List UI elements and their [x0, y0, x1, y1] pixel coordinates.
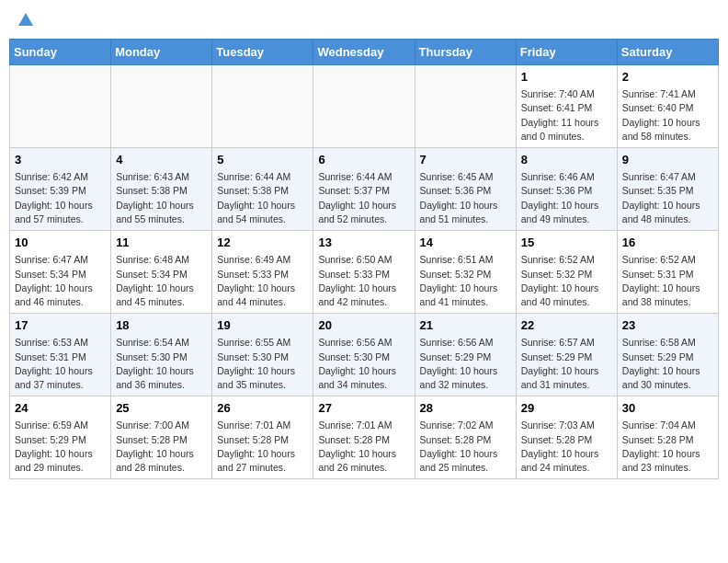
calendar-day-cell: 30Sunrise: 7:04 AM Sunset: 5:28 PM Dayli… — [617, 396, 718, 479]
day-info: Sunrise: 6:50 AM Sunset: 5:33 PM Dayligh… — [318, 253, 409, 309]
day-number: 11 — [116, 235, 207, 251]
calendar-day-cell: 24Sunrise: 6:59 AM Sunset: 5:29 PM Dayli… — [10, 396, 111, 479]
day-number: 28 — [420, 400, 511, 417]
day-info: Sunrise: 6:56 AM Sunset: 5:29 PM Dayligh… — [420, 336, 511, 392]
day-number: 6 — [318, 152, 409, 168]
calendar-day-cell: 23Sunrise: 6:58 AM Sunset: 5:29 PM Dayli… — [617, 314, 718, 396]
calendar-day-cell — [313, 65, 415, 148]
day-info: Sunrise: 6:53 AM Sunset: 5:31 PM Dayligh… — [15, 336, 106, 392]
calendar-day-cell — [10, 65, 111, 148]
day-info: Sunrise: 7:40 AM Sunset: 6:41 PM Dayligh… — [521, 87, 612, 144]
day-number: 4 — [116, 152, 207, 168]
day-info: Sunrise: 7:00 AM Sunset: 5:28 PM Dayligh… — [116, 419, 207, 475]
calendar-day-cell: 7Sunrise: 6:45 AM Sunset: 5:36 PM Daylig… — [415, 148, 516, 231]
day-number: 8 — [521, 152, 612, 168]
calendar-day-cell: 19Sunrise: 6:55 AM Sunset: 5:30 PM Dayli… — [212, 314, 313, 396]
day-number: 14 — [420, 235, 511, 251]
day-info: Sunrise: 6:57 AM Sunset: 5:29 PM Dayligh… — [521, 336, 612, 392]
day-info: Sunrise: 6:47 AM Sunset: 5:34 PM Dayligh… — [15, 253, 106, 309]
day-number: 27 — [318, 400, 409, 417]
day-number: 29 — [521, 400, 612, 417]
day-number: 24 — [15, 400, 106, 417]
day-info: Sunrise: 6:55 AM Sunset: 5:30 PM Dayligh… — [217, 336, 308, 392]
day-info: Sunrise: 6:59 AM Sunset: 5:29 PM Dayligh… — [15, 419, 106, 475]
calendar-week-row: 3Sunrise: 6:42 AM Sunset: 5:39 PM Daylig… — [10, 148, 719, 231]
day-number: 21 — [420, 317, 511, 334]
calendar-day-cell: 25Sunrise: 7:00 AM Sunset: 5:28 PM Dayli… — [111, 396, 212, 479]
day-number: 10 — [15, 235, 106, 251]
weekday-header-wednesday: Wednesday — [313, 40, 415, 65]
calendar-day-cell: 14Sunrise: 6:51 AM Sunset: 5:32 PM Dayli… — [415, 231, 516, 314]
calendar-week-row: 10Sunrise: 6:47 AM Sunset: 5:34 PM Dayli… — [10, 231, 719, 314]
calendar-day-cell: 5Sunrise: 6:44 AM Sunset: 5:38 PM Daylig… — [212, 148, 313, 231]
calendar-day-cell: 18Sunrise: 6:54 AM Sunset: 5:30 PM Dayli… — [111, 314, 212, 396]
day-number: 2 — [622, 69, 713, 86]
weekday-header-saturday: Saturday — [617, 40, 718, 65]
calendar-day-cell: 20Sunrise: 6:56 AM Sunset: 5:30 PM Dayli… — [313, 314, 415, 396]
calendar-day-cell: 27Sunrise: 7:01 AM Sunset: 5:28 PM Dayli… — [313, 396, 415, 479]
calendar-day-cell: 9Sunrise: 6:47 AM Sunset: 5:35 PM Daylig… — [617, 148, 718, 231]
calendar-day-cell: 26Sunrise: 7:01 AM Sunset: 5:28 PM Dayli… — [212, 396, 313, 479]
day-info: Sunrise: 6:52 AM Sunset: 5:31 PM Dayligh… — [622, 253, 713, 309]
logo — [17, 13, 33, 28]
day-info: Sunrise: 6:44 AM Sunset: 5:38 PM Dayligh… — [217, 170, 308, 226]
day-info: Sunrise: 6:45 AM Sunset: 5:36 PM Dayligh… — [420, 170, 511, 226]
calendar-week-row: 17Sunrise: 6:53 AM Sunset: 5:31 PM Dayli… — [10, 314, 719, 396]
day-info: Sunrise: 6:52 AM Sunset: 5:32 PM Dayligh… — [521, 253, 612, 309]
day-info: Sunrise: 6:43 AM Sunset: 5:38 PM Dayligh… — [116, 170, 207, 226]
weekday-header-tuesday: Tuesday — [212, 40, 313, 65]
day-info: Sunrise: 7:41 AM Sunset: 6:40 PM Dayligh… — [622, 87, 713, 144]
day-number: 3 — [15, 152, 106, 168]
calendar-day-cell: 12Sunrise: 6:49 AM Sunset: 5:33 PM Dayli… — [212, 231, 313, 314]
day-number: 9 — [622, 152, 713, 168]
weekday-header-row: SundayMondayTuesdayWednesdayThursdayFrid… — [10, 40, 719, 65]
day-info: Sunrise: 6:46 AM Sunset: 5:36 PM Dayligh… — [521, 170, 612, 226]
calendar-day-cell: 10Sunrise: 6:47 AM Sunset: 5:34 PM Dayli… — [10, 231, 111, 314]
day-info: Sunrise: 7:03 AM Sunset: 5:28 PM Dayligh… — [521, 419, 612, 475]
calendar-day-cell: 15Sunrise: 6:52 AM Sunset: 5:32 PM Dayli… — [516, 231, 617, 314]
calendar-day-cell: 16Sunrise: 6:52 AM Sunset: 5:31 PM Dayli… — [617, 231, 718, 314]
day-info: Sunrise: 6:48 AM Sunset: 5:34 PM Dayligh… — [116, 253, 207, 309]
day-info: Sunrise: 6:42 AM Sunset: 5:39 PM Dayligh… — [15, 170, 106, 226]
day-number: 17 — [15, 317, 106, 334]
calendar-day-cell: 11Sunrise: 6:48 AM Sunset: 5:34 PM Dayli… — [111, 231, 212, 314]
calendar-day-cell: 1Sunrise: 7:40 AM Sunset: 6:41 PM Daylig… — [516, 65, 617, 148]
calendar-day-cell — [212, 65, 313, 148]
weekday-header-thursday: Thursday — [415, 40, 516, 65]
day-info: Sunrise: 6:49 AM Sunset: 5:33 PM Dayligh… — [217, 253, 308, 309]
weekday-header-sunday: Sunday — [10, 40, 111, 65]
calendar-day-cell: 4Sunrise: 6:43 AM Sunset: 5:38 PM Daylig… — [111, 148, 212, 231]
day-number: 16 — [622, 235, 713, 251]
day-number: 23 — [622, 317, 713, 334]
day-number: 22 — [521, 317, 612, 334]
day-info: Sunrise: 7:01 AM Sunset: 5:28 PM Dayligh… — [318, 419, 409, 475]
day-info: Sunrise: 7:01 AM Sunset: 5:28 PM Dayligh… — [217, 419, 308, 475]
day-info: Sunrise: 6:47 AM Sunset: 5:35 PM Dayligh… — [622, 170, 713, 226]
calendar-day-cell: 6Sunrise: 6:44 AM Sunset: 5:37 PM Daylig… — [313, 148, 415, 231]
calendar-day-cell: 17Sunrise: 6:53 AM Sunset: 5:31 PM Dayli… — [10, 314, 111, 396]
day-number: 1 — [521, 69, 612, 86]
page-header — [9, 9, 719, 31]
day-info: Sunrise: 6:58 AM Sunset: 5:29 PM Dayligh… — [622, 336, 713, 392]
calendar-day-cell: 28Sunrise: 7:02 AM Sunset: 5:28 PM Dayli… — [415, 396, 516, 479]
calendar-day-cell: 13Sunrise: 6:50 AM Sunset: 5:33 PM Dayli… — [313, 231, 415, 314]
calendar-table: SundayMondayTuesdayWednesdayThursdayFrid… — [9, 39, 719, 479]
weekday-header-monday: Monday — [111, 40, 212, 65]
weekday-header-friday: Friday — [516, 40, 617, 65]
day-info: Sunrise: 6:51 AM Sunset: 5:32 PM Dayligh… — [420, 253, 511, 309]
day-number: 5 — [217, 152, 308, 168]
day-info: Sunrise: 7:02 AM Sunset: 5:28 PM Dayligh… — [420, 419, 511, 475]
day-number: 13 — [318, 235, 409, 251]
calendar-day-cell: 21Sunrise: 6:56 AM Sunset: 5:29 PM Dayli… — [415, 314, 516, 396]
calendar-day-cell — [415, 65, 516, 148]
day-info: Sunrise: 6:54 AM Sunset: 5:30 PM Dayligh… — [116, 336, 207, 392]
calendar-day-cell: 22Sunrise: 6:57 AM Sunset: 5:29 PM Dayli… — [516, 314, 617, 396]
calendar-day-cell: 29Sunrise: 7:03 AM Sunset: 5:28 PM Dayli… — [516, 396, 617, 479]
calendar-day-cell — [111, 65, 212, 148]
calendar-day-cell: 2Sunrise: 7:41 AM Sunset: 6:40 PM Daylig… — [617, 65, 718, 148]
day-number: 25 — [116, 400, 207, 417]
day-info: Sunrise: 6:56 AM Sunset: 5:30 PM Dayligh… — [318, 336, 409, 392]
day-number: 7 — [420, 152, 511, 168]
calendar-day-cell: 3Sunrise: 6:42 AM Sunset: 5:39 PM Daylig… — [10, 148, 111, 231]
day-info: Sunrise: 7:04 AM Sunset: 5:28 PM Dayligh… — [622, 419, 713, 475]
